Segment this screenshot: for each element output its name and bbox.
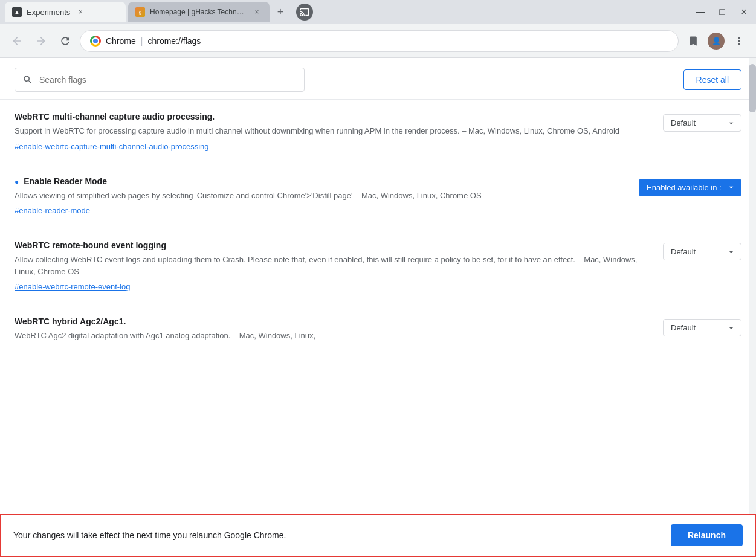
- flag-link-reader-mode[interactable]: #enable-reader-mode: [15, 206, 90, 215]
- new-tab-button[interactable]: +: [272, 4, 289, 21]
- flag-title-webrtc-event-log: WebRTC remote-bound event logging: [15, 240, 648, 250]
- notification-bar: Your changes will take effect the next t…: [0, 514, 756, 557]
- flag-control-webrtc-agc: Default Disabled Enabled: [663, 317, 741, 336]
- menu-button[interactable]: [729, 31, 749, 51]
- address-bar: Chrome | chrome://flags 👤: [0, 24, 756, 58]
- tab-active-label: Experiments: [27, 8, 70, 17]
- menu-icon: [733, 35, 745, 47]
- search-bar-section: Reset all: [0, 58, 756, 100]
- flag-desc-reader-mode: Allows viewing of simplified web pages b…: [15, 190, 624, 202]
- flag-title-webrtc-multi: WebRTC multi-channel capture audio proce…: [15, 112, 648, 121]
- flag-link-webrtc-multi[interactable]: #enable-webrtc-capture-multi-channel-aud…: [15, 142, 209, 151]
- flag-item-reader-mode: Enable Reader Mode Allows viewing of sim…: [15, 164, 741, 229]
- flag-item-webrtc-agc: WebRTC hybrid Agc2/Agc1. WebRTC Agc2 dig…: [15, 304, 741, 394]
- browser-name-label: Chrome: [106, 36, 136, 46]
- maximize-button[interactable]: □: [715, 5, 729, 19]
- flag-item-webrtc-multi: WebRTC multi-channel capture audio proce…: [15, 100, 741, 164]
- tab-experiments[interactable]: ▲ Experiments ×: [5, 2, 126, 22]
- flag-control-webrtc-event-log: Default Disabled Enabled: [663, 240, 741, 260]
- cast-icon: [300, 7, 309, 17]
- forward-icon: [35, 35, 47, 47]
- bookmark-button[interactable]: [683, 31, 703, 51]
- search-icon: [22, 74, 33, 85]
- flag-title-webrtc-agc: WebRTC hybrid Agc2/Agc1.: [15, 317, 648, 326]
- flag-info-webrtc-multi: WebRTC multi-channel capture audio proce…: [15, 112, 648, 152]
- url-display[interactable]: chrome://flags: [147, 36, 201, 46]
- flag-desc-webrtc-multi: Support in WebRTC for processing capture…: [15, 125, 648, 137]
- tab-ghacks[interactable]: g Homepage | gHacks Technology ×: [128, 2, 270, 22]
- forward-button[interactable]: [31, 31, 51, 51]
- flag-control-webrtc-multi: Default Disabled Enabled: [663, 112, 741, 132]
- window-controls: — □ ×: [693, 5, 751, 19]
- flag-control-reader-mode: Enabled available in : Default Disabled: [639, 176, 741, 196]
- notification-message: Your changes will take effect the next t…: [13, 530, 286, 540]
- chrome-security-icon: [90, 36, 101, 47]
- flag-info-reader-mode: Enable Reader Mode Allows viewing of sim…: [15, 176, 624, 216]
- flag-link-webrtc-event-log[interactable]: #enable-webrtc-remote-event-log: [15, 282, 130, 291]
- reset-all-button[interactable]: Reset all: [683, 69, 741, 90]
- minimize-button[interactable]: —: [693, 5, 708, 19]
- tab-inactive-label: Homepage | gHacks Technology: [150, 8, 247, 16]
- flag-desc-webrtc-event-log: Allow collecting WebRTC event logs and u…: [15, 254, 648, 277]
- back-button[interactable]: [7, 31, 27, 51]
- window-close-button[interactable]: ×: [737, 5, 751, 19]
- close-tab-ghacks[interactable]: ×: [251, 7, 262, 18]
- flag-info-webrtc-event-log: WebRTC remote-bound event logging Allow …: [15, 240, 648, 292]
- flag-select-reader-mode[interactable]: Enabled available in : Default Disabled: [639, 179, 741, 196]
- flag-select-webrtc-agc[interactable]: Default Disabled Enabled: [663, 319, 741, 336]
- flag-select-webrtc-multi[interactable]: Default Disabled Enabled: [663, 114, 741, 132]
- address-input[interactable]: Chrome | chrome://flags: [80, 30, 679, 52]
- favicon-experiments: ▲: [12, 7, 22, 17]
- scrollbar-thumb[interactable]: [749, 64, 756, 112]
- bookmark-icon: [687, 35, 699, 47]
- search-input[interactable]: [39, 75, 297, 85]
- reload-icon: [59, 35, 71, 47]
- reload-button[interactable]: [56, 31, 75, 51]
- search-box[interactable]: [15, 68, 305, 92]
- flag-info-webrtc-agc: WebRTC hybrid Agc2/Agc1. WebRTC Agc2 dig…: [15, 317, 648, 346]
- flag-item-webrtc-event-log: WebRTC remote-bound event logging Allow …: [15, 228, 741, 304]
- flag-title-reader-mode: Enable Reader Mode: [15, 176, 624, 186]
- flags-list: WebRTC multi-channel capture audio proce…: [0, 100, 756, 557]
- relaunch-button[interactable]: Relaunch: [671, 524, 743, 546]
- flag-select-webrtc-event-log[interactable]: Default Disabled Enabled: [663, 243, 741, 260]
- profile-avatar[interactable]: 👤: [708, 33, 725, 50]
- title-bar: ▲ Experiments × g Homepage | gHacks Tech…: [0, 0, 756, 24]
- main-content: Reset all WebRTC multi-channel capture a…: [0, 58, 756, 557]
- close-tab-experiments[interactable]: ×: [75, 7, 86, 18]
- flag-desc-webrtc-agc: WebRTC Agc2 digital adaptation with Agc1…: [15, 330, 648, 342]
- scrollbar-track[interactable]: [749, 58, 756, 557]
- favicon-ghacks: g: [135, 7, 145, 17]
- address-bar-icons: 👤: [683, 31, 749, 51]
- back-icon: [11, 35, 23, 47]
- media-icon-button[interactable]: [296, 4, 313, 21]
